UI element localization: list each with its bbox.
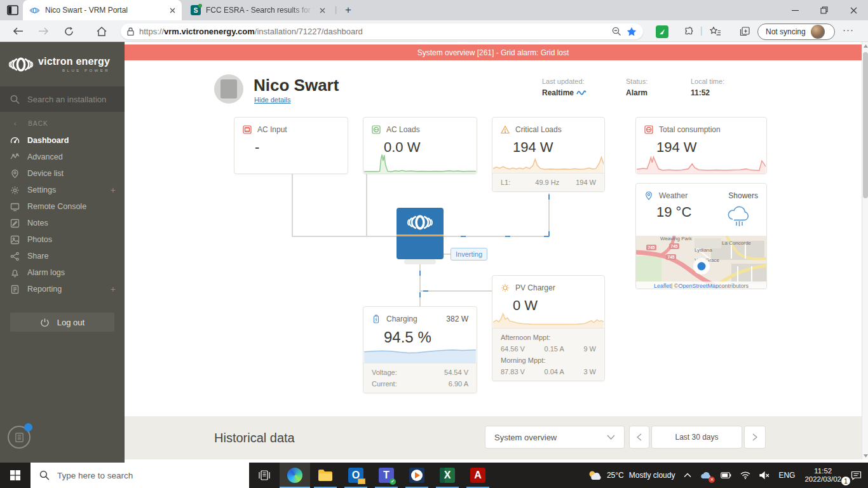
volume-muted-icon[interactable] <box>755 463 774 488</box>
taskbar-clock[interactable]: 11:52 2022/03/02 <box>799 467 846 484</box>
last-updated: Last updated: Realtime <box>542 78 612 97</box>
minimize-button[interactable] <box>780 0 810 20</box>
tab-close-icon[interactable] <box>170 8 175 13</box>
map-label: La Concorde <box>722 240 751 246</box>
sidebar-item-alarm-logs[interactable]: Alarm logs <box>0 264 125 281</box>
acrobat-icon: A <box>470 468 485 483</box>
installation-search[interactable]: Search an installation <box>0 86 125 112</box>
critical-loads-card[interactable]: Critical Loads 194 W L1:49.9 Hz194 W <box>492 117 605 192</box>
taskbar-outlook[interactable]: O <box>341 463 371 488</box>
task-view-button[interactable] <box>249 463 280 488</box>
alarm-banner[interactable]: System overview [261] - Grid alarm: Grid… <box>125 44 862 60</box>
browser-tab-inactive[interactable]: S FCC ESRA - Search results for "Sc <box>184 0 332 20</box>
leaflet-link[interactable]: Leaflet <box>654 283 671 289</box>
sync-status: Not syncing <box>766 27 806 36</box>
next-range-button[interactable] <box>744 426 766 449</box>
sidebar-item-settings[interactable]: Settings + <box>0 182 125 198</box>
inverter-device[interactable] <box>397 208 444 259</box>
taskbar-weather[interactable]: 25°C Mostly cloudy <box>583 463 680 488</box>
logout-button[interactable]: Log out <box>10 313 114 332</box>
map-attribution: Leaflet | © OpenStreetMap contributors <box>636 281 766 289</box>
overview-select[interactable]: System overview <box>485 426 625 449</box>
sidebar-item-dashboard[interactable]: Dashboard <box>0 132 125 149</box>
collections-icon[interactable] <box>737 24 752 38</box>
file-explorer-icon <box>318 469 333 482</box>
sidebar-item-advanced[interactable]: Advanced <box>0 149 125 165</box>
page-title: Nico Swart <box>254 76 339 95</box>
tab-actions-icon[interactable] <box>5 3 20 17</box>
inverter-state-chip[interactable]: Inverting <box>451 248 487 261</box>
back-nav[interactable]: ‹BACK <box>0 117 48 130</box>
date-range-button[interactable]: Last 30 days <box>651 426 742 449</box>
hide-details-link[interactable]: Hide details <box>254 96 290 104</box>
notification-center[interactable]: 1 <box>846 463 868 488</box>
road-shield: 745 <box>668 255 675 259</box>
windows-logo-icon <box>10 470 20 480</box>
prev-range-button[interactable] <box>629 426 649 449</box>
settings-menu-icon[interactable]: ··· <box>843 24 854 35</box>
sidebar-item-photos[interactable]: Photos <box>0 231 125 248</box>
tab-close-icon[interactable] <box>320 8 325 13</box>
sidebar-item-reporting[interactable]: Reporting + <box>0 281 125 297</box>
reporting-expand-icon[interactable]: + <box>111 284 116 294</box>
ac-loads-sparkline <box>364 151 476 173</box>
restore-button[interactable] <box>810 0 839 20</box>
taskbar-search[interactable]: Type here to search <box>31 463 249 488</box>
osm-link[interactable]: OpenStreetMap <box>678 283 719 289</box>
taskbar-edge[interactable] <box>280 463 310 488</box>
taskbar-file-explorer[interactable] <box>310 463 341 488</box>
total-consumption-card[interactable]: Total consumption 194 W <box>635 117 767 174</box>
document-icon <box>14 432 25 443</box>
bookmark-star-icon[interactable] <box>627 27 637 36</box>
forward-icon[interactable] <box>36 24 51 38</box>
lock-icon <box>127 27 134 36</box>
url-text[interactable]: https://vrm.victronenergy.com/installati… <box>139 27 607 36</box>
tray-chevron-up-icon[interactable] <box>679 463 696 488</box>
inverter-stripe <box>397 234 444 236</box>
notification-badge: 1 <box>841 477 850 485</box>
extensions-puzzle-icon[interactable] <box>681 24 696 38</box>
browser-tab-active[interactable]: Nico Swart - VRM Portal <box>23 0 182 20</box>
favorites-icon[interactable] <box>708 24 723 38</box>
taskbar-teams[interactable]: T✓ <box>371 463 402 488</box>
soc-chart <box>364 346 476 363</box>
editor-extension-icon[interactable] <box>656 25 668 38</box>
pv-charger-card[interactable]: PV Charger 0 W Afternoon Mppt: 64.56 V0.… <box>492 275 605 381</box>
taskbar-acrobat[interactable]: A <box>463 463 493 488</box>
onedrive-error-icon[interactable]: ✕ <box>696 463 716 488</box>
back-icon[interactable] <box>10 24 25 38</box>
scrollbar-thumb[interactable] <box>863 52 868 198</box>
ac-loads-card[interactable]: AC Loads 0.0 W <box>363 117 477 174</box>
media-player-icon <box>409 468 424 483</box>
scroll-down-icon[interactable] <box>862 452 868 459</box>
warning-triangle-icon <box>501 125 510 134</box>
new-tab-button[interactable]: + <box>341 3 356 18</box>
battery-icon[interactable] <box>716 463 736 488</box>
scroll-up-icon[interactable] <box>862 42 868 50</box>
charging-card[interactable]: Charging 382 W 94.5 % Voltage:54.54 V Cu… <box>363 306 477 393</box>
outlook-icon: O <box>348 468 363 483</box>
close-button[interactable] <box>839 0 868 20</box>
page-scrollbar[interactable] <box>862 42 868 459</box>
weather-map[interactable]: 745 745 745 Weaving Park La Concorde Lyd… <box>636 236 766 289</box>
sidebar-item-remote-console[interactable]: Remote Console <box>0 198 125 215</box>
address-bar[interactable]: https://vrm.victronenergy.com/installati… <box>121 24 643 39</box>
home-icon[interactable] <box>94 24 109 38</box>
browser-titlebar: Nico Swart - VRM Portal S FCC ESRA - Sea… <box>0 0 868 20</box>
settings-expand-icon[interactable]: + <box>111 185 116 195</box>
sidebar-item-notes[interactable]: Notes <box>0 215 125 231</box>
language-indicator[interactable]: ENG <box>774 463 799 488</box>
zoom-out-icon[interactable] <box>612 27 621 36</box>
road-shield: 745 <box>671 244 678 248</box>
start-button[interactable] <box>0 463 31 488</box>
critical-loads-sparkline <box>493 154 604 173</box>
sidebar-item-device-list[interactable]: Device list <box>0 165 125 182</box>
taskbar-excel[interactable]: X <box>432 463 463 488</box>
sidebar-item-share[interactable]: Share <box>0 248 125 264</box>
refresh-icon[interactable] <box>61 24 76 38</box>
ac-input-card[interactable]: AC Input - <box>234 117 348 174</box>
profile-button[interactable]: Not syncing <box>757 24 835 40</box>
wifi-icon[interactable] <box>736 463 755 488</box>
taskbar-media-player[interactable] <box>402 463 432 488</box>
weather-card[interactable]: Weather Showers 19 °C <box>635 183 767 289</box>
